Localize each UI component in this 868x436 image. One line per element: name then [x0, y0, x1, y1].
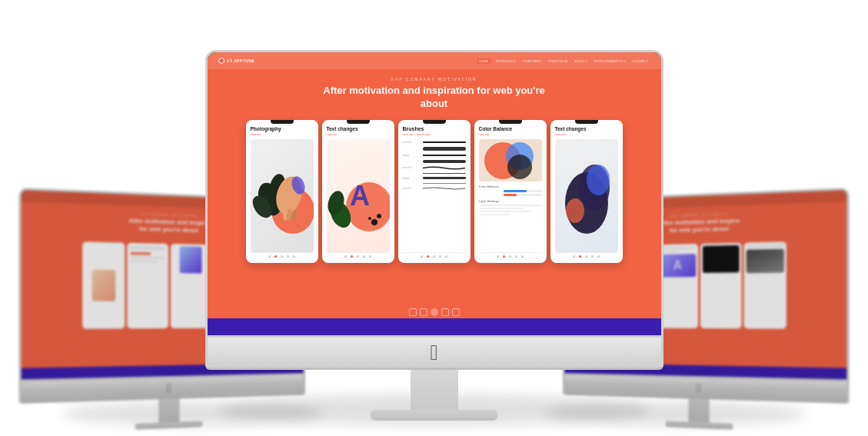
brush-stroke-8: [423, 183, 466, 184]
brushes-subtitle: new set · new brush: [403, 132, 466, 136]
brush-stroke-3: [423, 155, 466, 157]
nav-blog[interactable]: BLOG ▾: [574, 58, 589, 64]
brush-label-5: smooth: [403, 166, 420, 169]
phone-card-color: Color Balance new set Color Balan: [474, 120, 547, 263]
photography-svg: [251, 153, 314, 238]
color-svg: [480, 139, 541, 181]
cb-fill-1: [504, 190, 527, 192]
icon-group-1: [409, 308, 460, 316]
svg-text:A: A: [350, 180, 370, 211]
dot-20: [521, 255, 524, 258]
tool-icon-2: [420, 308, 427, 316]
phone-card-text2: Text changes new set: [550, 120, 623, 263]
center-chin: : [205, 338, 663, 370]
phone-bottom-2: [327, 252, 390, 260]
dot-23: [585, 255, 587, 258]
dot-17: [503, 255, 505, 258]
phone-bottom-5: [555, 252, 618, 260]
brush-stroke-6: [423, 173, 466, 174]
phone-bottom-1: [251, 252, 314, 260]
apple-logo-right: : [697, 381, 701, 394]
dot-3: [281, 255, 283, 258]
dot-1: [268, 255, 271, 258]
phone-bottom-3: [403, 252, 466, 260]
svg-point-22: [566, 198, 584, 223]
text2-title: Text changes: [555, 126, 618, 131]
dot-2: [274, 255, 277, 258]
dot-9: [363, 255, 365, 258]
dot-14: [439, 255, 441, 258]
brush-svg-5: [423, 166, 465, 170]
light-row-2: [479, 208, 523, 209]
light-row-4: [479, 214, 510, 215]
cb-bar-2: [504, 194, 542, 196]
nav-features[interactable]: FEATURES: [521, 58, 542, 64]
dot-15: [445, 255, 447, 258]
brush-stroke-1: [423, 141, 466, 143]
cb-fill-2: [504, 194, 517, 196]
phone-content-1: Photography new set: [246, 120, 318, 263]
dot-12: [427, 255, 429, 258]
dot-5: [293, 255, 295, 258]
svg-point-18: [507, 155, 532, 179]
navbar: LT APPTUNE HOME INTRODUCE FEATURES PORTF…: [208, 52, 661, 69]
brush-label-9: smooth: [403, 187, 420, 190]
dot-13: [433, 255, 435, 258]
dot-6: [344, 255, 347, 258]
svg-point-14: [377, 214, 381, 218]
right-stand-base: [665, 421, 733, 429]
left-stand-base: [135, 421, 202, 429]
phone-bottom-4: [479, 252, 542, 260]
dot-10: [369, 255, 371, 258]
nav-logo: LT APPTUNE: [218, 58, 255, 64]
brush-label-3: sharp: [403, 154, 420, 157]
brush-item-6: [403, 173, 466, 174]
brush-item-5: smooth: [403, 166, 466, 170]
text2-subtitle: new set: [555, 132, 618, 136]
center-stand-base: [371, 410, 497, 421]
logo-circle: [218, 58, 224, 64]
svg-point-21: [587, 165, 610, 195]
tool-icon-3: [431, 308, 438, 316]
phone-card-photography: Photography new set: [246, 120, 318, 263]
nav-portfolio[interactable]: PORTFOLIO: [547, 58, 570, 64]
nav-introduce[interactable]: INTRODUCE: [494, 58, 517, 64]
phone-content-5: Text changes new set: [550, 120, 623, 263]
color-subtitle: new set: [479, 132, 542, 136]
tool-icon-4: [441, 308, 449, 316]
text2-svg: [556, 153, 617, 238]
phone-card-text: Text changes new set A: [322, 120, 394, 263]
right-stand-neck: [688, 399, 709, 423]
nav-woo[interactable]: WOOCOMMERCE ▾: [593, 58, 627, 64]
brush-item-7: sharp: [403, 177, 466, 180]
apple-logo-left: : [167, 381, 171, 394]
brush-item-4: [403, 160, 466, 163]
brush-item-2: [403, 147, 466, 151]
dot-18: [509, 255, 511, 258]
brush-item-3: sharp: [403, 154, 466, 157]
nav-home[interactable]: HOME: [477, 58, 491, 64]
website-content: LT APPTUNE HOME INTRODUCE FEATURES PORTF…: [208, 52, 661, 335]
phone-notch-2: [347, 120, 370, 124]
dot-25: [597, 255, 600, 258]
hero-section: APP COMPANY MOTIVATION After motivation …: [208, 69, 661, 111]
brush-label-7: sharp: [403, 177, 420, 180]
cb-bar-1: [504, 190, 542, 192]
phone-notch-4: [499, 120, 522, 124]
dot-19: [515, 255, 517, 258]
brush-item-8: [403, 183, 466, 184]
brush-stroke-7: [423, 177, 466, 179]
color-visual: [479, 139, 542, 181]
dot-8: [357, 255, 359, 258]
imac-center: LT APPTUNE HOME INTRODUCE FEATURES PORTF…: [205, 50, 663, 421]
nav-links: HOME INTRODUCE FEATURES PORTFOLIO BLOG ▾…: [477, 58, 650, 64]
phone-content-2: Text changes new set A: [322, 120, 394, 263]
svg-point-13: [371, 219, 377, 225]
photography-image: [251, 139, 314, 252]
nav-contact[interactable]: CONTACT: [630, 58, 650, 64]
photography-subtitle: new set: [251, 132, 314, 136]
text2-image: [555, 139, 618, 252]
dot-4: [287, 255, 289, 258]
svg-point-15: [368, 217, 371, 220]
dot-22: [579, 255, 581, 258]
